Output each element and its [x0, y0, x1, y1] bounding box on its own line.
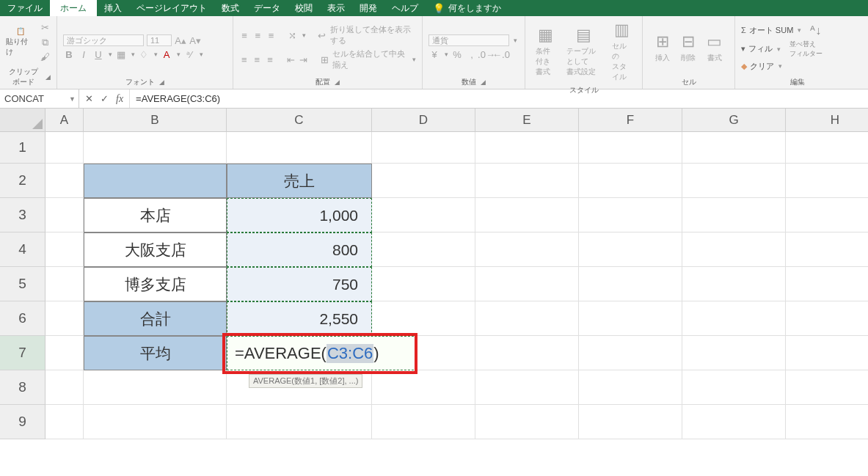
cell-E6-bg[interactable] — [475, 301, 579, 336]
align-top-icon[interactable]: ≡ — [239, 29, 249, 41]
alignment-dialog-icon[interactable]: ◢ — [335, 78, 340, 86]
cell-A3-bg[interactable] — [45, 198, 84, 232]
font-size-input[interactable] — [147, 34, 172, 46]
column-header-D[interactable]: D — [372, 109, 475, 132]
name-box-dropdown-icon[interactable]: ▼ — [69, 95, 76, 103]
fill-color-icon[interactable]: ♢ — [138, 48, 150, 60]
cell-E2-bg[interactable] — [475, 164, 579, 198]
decrease-font-icon[interactable]: A▾ — [189, 34, 201, 46]
cell-D1-bg[interactable] — [372, 132, 475, 164]
align-middle-icon[interactable]: ≡ — [252, 29, 263, 41]
cell-C7-editing[interactable]: =AVERAGE(C3:C6) — [227, 336, 417, 370]
name-box[interactable]: CONCAT ▼ — [0, 89, 79, 108]
clear-button[interactable]: ◆クリア▾ — [741, 61, 854, 72]
cell-F5-bg[interactable] — [579, 267, 682, 301]
cell-B5[interactable]: 博多支店 — [84, 267, 227, 301]
cell-B1-bg[interactable] — [84, 132, 227, 164]
cell-F6-bg[interactable] — [579, 301, 682, 336]
cancel-formula-icon[interactable]: ✕ — [85, 93, 93, 104]
percent-icon[interactable]: % — [451, 48, 463, 60]
cell-B4[interactable]: 大阪支店 — [84, 232, 227, 267]
increase-indent-icon[interactable]: ⇥ — [299, 54, 309, 65]
tab-review[interactable]: 校閲 — [288, 0, 320, 18]
tab-developer[interactable]: 開発 — [352, 0, 384, 18]
cell-H7-bg[interactable] — [786, 336, 868, 370]
number-dialog-icon[interactable]: ◢ — [481, 78, 486, 86]
cell-H4-bg[interactable] — [786, 232, 868, 267]
italic-icon[interactable]: I — [78, 48, 90, 60]
cell-A2-bg[interactable] — [45, 164, 84, 198]
font-name-input[interactable] — [63, 34, 144, 46]
column-header-F[interactable]: F — [579, 109, 682, 132]
row-header-3[interactable]: 3 — [0, 198, 45, 232]
row-header-7[interactable]: 7 — [0, 336, 45, 370]
format-cells-button[interactable]: ▭書式 — [702, 21, 726, 74]
cell-E5-bg[interactable] — [475, 267, 579, 301]
select-all-corner[interactable] — [0, 109, 45, 132]
border-icon[interactable]: ▦ — [115, 48, 127, 60]
cell-B8-bg[interactable] — [84, 370, 227, 405]
cell-C1-bg[interactable] — [227, 132, 372, 164]
tab-data[interactable]: データ — [247, 0, 288, 18]
cell-H2-bg[interactable] — [786, 164, 868, 198]
comma-icon[interactable]: , — [466, 48, 478, 60]
tab-view[interactable]: 表示 — [320, 0, 352, 18]
cell-D8-bg[interactable] — [372, 370, 475, 405]
row-header-1[interactable]: 1 — [0, 132, 45, 164]
cell-E8-bg[interactable] — [475, 370, 579, 405]
clipboard-dialog-icon[interactable]: ◢ — [45, 73, 51, 81]
number-format-select[interactable] — [428, 34, 509, 46]
tab-help[interactable]: ヘルプ — [384, 0, 426, 18]
underline-icon[interactable]: U — [92, 48, 104, 60]
cell-styles-button[interactable]: ▥セルの スタイル — [608, 21, 636, 82]
increase-font-icon[interactable]: A▴ — [175, 34, 186, 46]
cell-D3-bg[interactable] — [372, 198, 475, 232]
cell-A1-bg[interactable] — [45, 132, 84, 164]
cell-F8-bg[interactable] — [579, 370, 682, 405]
cell-H1-bg[interactable] — [786, 132, 868, 164]
cell-G5-bg[interactable] — [682, 267, 786, 301]
column-header-E[interactable]: E — [475, 109, 579, 132]
decrease-decimal-icon[interactable]: ←.0 — [495, 48, 507, 60]
copy-icon[interactable]: ⧉ — [39, 37, 51, 48]
cell-E1-bg[interactable] — [475, 132, 579, 164]
cell-F1-bg[interactable] — [579, 132, 682, 164]
row-header-9[interactable]: 9 — [0, 405, 45, 439]
align-bottom-icon[interactable]: ≡ — [266, 29, 276, 41]
cell-F4-bg[interactable] — [579, 232, 682, 267]
cell-C6[interactable]: 2,550 — [227, 301, 372, 336]
cell-F7-bg[interactable] — [579, 336, 682, 370]
column-header-C[interactable]: C — [227, 109, 372, 132]
cell-D9-bg[interactable] — [372, 405, 475, 439]
cell-G7-bg[interactable] — [682, 336, 786, 370]
cell-A4-bg[interactable] — [45, 232, 84, 267]
insert-cells-button[interactable]: ⊞挿入 — [651, 21, 674, 74]
cell-F2-bg[interactable] — [579, 164, 682, 198]
cell-A6-bg[interactable] — [45, 301, 84, 336]
decrease-indent-icon[interactable]: ⇤ — [286, 54, 296, 65]
conditional-formatting-button[interactable]: ▦条件付き 書式 — [531, 21, 560, 82]
cell-G4-bg[interactable] — [682, 232, 786, 267]
cell-C3[interactable]: 1,000 — [227, 198, 372, 232]
cell-A5-bg[interactable] — [45, 267, 84, 301]
cut-icon[interactable]: ✂ — [39, 22, 51, 34]
cell-H9-bg[interactable] — [786, 405, 868, 439]
cell-H5-bg[interactable] — [786, 267, 868, 301]
cell-C5[interactable]: 750 — [227, 267, 372, 301]
align-left-icon[interactable]: ≡ — [239, 54, 249, 65]
row-header-8[interactable]: 8 — [0, 370, 45, 405]
accept-formula-icon[interactable]: ✓ — [101, 93, 109, 104]
cell-C9-bg[interactable] — [227, 405, 372, 439]
row-header-5[interactable]: 5 — [0, 267, 45, 301]
cell-D4-bg[interactable] — [372, 232, 475, 267]
fx-icon[interactable]: fx — [116, 93, 123, 105]
cell-B9-bg[interactable] — [84, 405, 227, 439]
column-header-A[interactable]: A — [45, 109, 84, 132]
cell-B6[interactable]: 合計 — [84, 301, 227, 336]
cell-G9-bg[interactable] — [682, 405, 786, 439]
cell-D6-bg[interactable] — [372, 301, 475, 336]
cell-G8-bg[interactable] — [682, 370, 786, 405]
cell-F3-bg[interactable] — [579, 198, 682, 232]
cell-B3[interactable]: 本店 — [84, 198, 227, 232]
worksheet-grid[interactable]: ABCDEFGH 123456789 売上本店大阪支店博多支店合計平均1,000… — [0, 109, 868, 476]
